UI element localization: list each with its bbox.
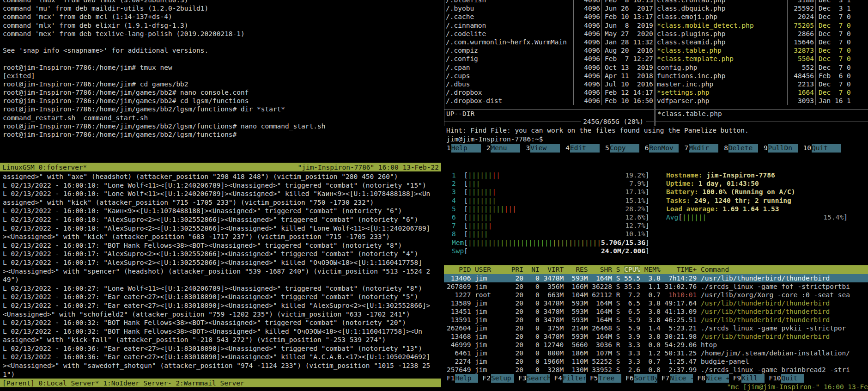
file-date: Jun 26 2017 (602, 4, 653, 12)
file-row[interactable]: *class.table.php32873Dec 7 0 (657, 46, 867, 55)
file-row[interactable]: /.compiz4096Aug 20 2016 (446, 46, 653, 55)
header-col-res[interactable]: RES (568, 266, 592, 273)
file-row[interactable]: /.dropbox4096Feb 12 14:17 (446, 88, 653, 97)
file-row[interactable]: config.php552Dec 7 0 (657, 63, 867, 72)
file-row[interactable]: /.bluefish4096Feb 8 16:13 (446, 0, 653, 4)
file-row[interactable]: class.dbquick.php25592Dec 3 1 (657, 4, 867, 12)
meter-label: Avg (666, 214, 678, 221)
meter-bracket: ] (645, 239, 649, 246)
process-row[interactable]: 2274 jim 20 0 1966M 110M 52252 S 3.3 0.7… (444, 357, 868, 366)
fkey-mkdir[interactable]: 7Mkdir (683, 144, 718, 153)
header-col-time[interactable]: TIME+ (661, 266, 697, 273)
mc-left-panel[interactable]: /.bluefish4096Feb 8 16:13/.byobu4096Jun … (444, 0, 655, 126)
tmux-inner-statusbar[interactable]: LinuxGSM 0:fofserver* "jim-Inspiron-7786… (0, 163, 441, 171)
file-row[interactable]: functions.inc.php48456Feb 6 0 (657, 72, 867, 80)
htop-table-header[interactable]: PID USER PRI NI VIRT RES SHR S CPU% MEM%… (444, 265, 868, 274)
fkey-menu[interactable]: 2Menu (485, 144, 521, 153)
fkey-pulldn[interactable]: 9PullDn (762, 144, 798, 153)
info-value: 100.0% (Running on A/C) (703, 188, 795, 196)
file-row[interactable]: vdfparser.php3093Jan 16 1 (657, 97, 867, 105)
file-row[interactable]: *class.template.php5504Dec 7 0 (657, 55, 867, 63)
meter-bracket: [ (464, 239, 468, 246)
process-row[interactable]: 262604 jim 20 0 375M 214M 26468 S 5.9 1.… (444, 324, 868, 332)
fkey-quit[interactable]: F10Quit (767, 374, 804, 383)
file-row[interactable]: /.com.wurmonlin~herfx.WurmMain4096Jan 28… (446, 38, 653, 46)
mc-command-line[interactable]: jim@jim-Inspiron-7786:~$ (444, 135, 868, 144)
header-col-mem[interactable]: MEM% (640, 266, 661, 273)
file-row[interactable]: /.codelite4096May 27 2020 (446, 30, 653, 38)
file-row[interactable]: class.plugins.php2866Dec 7 0 (657, 30, 867, 38)
process-row[interactable]: 13468 jim 20 0 3478M 593M 164M S 3.9 3.8… (444, 332, 868, 341)
log-line: ><Unassigned>" with "kick" (attacker_pos… (3, 232, 441, 241)
process-row[interactable]: 257649 jim 20 0 328M 130M 33952 S 2.6 0.… (444, 366, 868, 374)
file-row[interactable]: /.dropbox-dist4096Feb 10 16:50 (446, 97, 653, 105)
process-row[interactable]: 46999 jim 20 0 12740 5660 3036 R 3.3 0.0… (444, 341, 868, 349)
file-size: 2024 (787, 12, 816, 21)
file-row[interactable]: master.inc.php2213Dec 7 0 (657, 80, 867, 88)
tmux-right-statusbar[interactable]: "mc [jim@jim-Inspiron-" 16:00 13-Fe (444, 383, 868, 391)
process-row[interactable]: 6461 jim 20 0 800M 186M 107M S 3.3 1.2 5… (444, 349, 868, 357)
header-col-ni[interactable]: NI (528, 266, 544, 273)
header-col-pid[interactable]: PID (447, 266, 475, 273)
gameserver-log-pane[interactable]: assigned>" with "axe" (headshot) (attack… (0, 171, 441, 379)
file-date: Apr 11 2018 (602, 72, 653, 80)
file-row[interactable]: /.cache4096Feb 10 13:17 (446, 12, 653, 21)
header-col-shr[interactable]: SHR (592, 266, 616, 273)
file-size: 75205 (787, 21, 816, 30)
fkey-sortby[interactable]: F6SortBy (624, 374, 657, 383)
htop-gap (444, 255, 868, 265)
mc-right-panel[interactable]: class.crontab.php3188Dec 3 1class.dbquic… (655, 0, 868, 126)
process-row[interactable]: 13451 jim 20 0 3478M 593M 164M S 6.5 3.8… (444, 307, 868, 316)
fkey-help[interactable]: F1Help (445, 374, 478, 383)
fkey-renmov[interactable]: 6RenMov (643, 144, 679, 153)
file-row[interactable]: /.cinnamon4096Jun 8 2019 (446, 21, 653, 30)
file-row[interactable]: class.steamid.php15646Dec 7 0 (657, 38, 867, 46)
fkey-nice[interactable]: F7Nice - (660, 374, 693, 383)
header-col-user[interactable]: USER (475, 266, 511, 273)
header-col-pri[interactable]: PRI (511, 266, 528, 273)
fkey-edit[interactable]: 4Edit (564, 144, 600, 153)
process-row[interactable]: 267869 jim 20 0 356M 166M 36228 S 35.3 1… (444, 282, 868, 291)
htop-pane[interactable]: 1 [|||||||| 19.2%]2 [||| 7.9%]3 [|||||||… (444, 171, 868, 383)
fkey-quit[interactable]: 10Quit (802, 144, 841, 153)
meter-3: 3 [||||||| 17.1%] (452, 188, 666, 196)
tmux-inner-session-window[interactable]: LinuxGSM 0:fofserver* (2, 164, 87, 171)
file-row[interactable]: class.emoji.php2024Dec 7 0 (657, 12, 867, 21)
fkey-search[interactable]: F3Search (517, 374, 550, 383)
file-row[interactable]: class.crontab.php3188Dec 3 1 (657, 0, 867, 4)
fkey-help[interactable]: 1Help (445, 144, 481, 153)
process-fields: 2274 jim 20 0 1966M 110M 52252 S 3.3 0.7 (447, 358, 664, 365)
file-row[interactable]: /.cups4096Apr 11 2018 (446, 72, 653, 80)
info-label: Hostname: (666, 171, 706, 179)
fkey-setup[interactable]: F2Setup (481, 374, 514, 383)
fkey-nice[interactable]: F8Nice + (696, 374, 728, 383)
file-row[interactable]: *class.mobile_detect.php75205Dec 7 0 (657, 21, 867, 30)
process-row[interactable]: 1227 root 20 0 663M 104M 62112 R 7.2 0.7… (444, 291, 868, 299)
tmux-outer-statusbar[interactable]: [Parent] 0:Local Server* 1:NoIdeer Serve… (0, 379, 441, 387)
shell-pane[interactable]: command 'tmux' from deb tmux (3.0a-2ubun… (0, 0, 441, 163)
header-col-virt[interactable]: VIRT (544, 266, 568, 273)
fkey-tree[interactable]: F5Tree (589, 374, 621, 383)
file-row[interactable]: /.dbus4096Jul 10 2016 (446, 80, 653, 88)
fkey-copy[interactable]: 5Copy (604, 144, 639, 153)
process-row[interactable]: 13406 jim 20 0 3478M 593M 164M S 55.5 3.… (444, 274, 868, 282)
header-col-command[interactable]: Command (697, 266, 729, 273)
header-col-s[interactable]: S (616, 266, 624, 273)
meter-bar-red: || (492, 171, 500, 179)
fkey-view[interactable]: 3View (524, 144, 560, 153)
fkey-filter[interactable]: F4Filter (552, 374, 585, 383)
process-row[interactable]: 13591 jim 20 0 3478M 593M 164M S 5.9 3.8… (444, 316, 868, 324)
file-date: Dec 7 0 (816, 12, 867, 21)
fkey-label: Quit (812, 144, 841, 153)
tmux-window-list[interactable]: [Parent] 0:Local Server* 1:NoIdeer Serve… (2, 379, 244, 387)
fkey-delete[interactable]: 8Delete (722, 144, 758, 153)
file-row[interactable]: /.byobu4096Jun 26 2017 (446, 4, 653, 12)
meter-bracket: [ (464, 247, 468, 255)
file-row[interactable]: /.config4096Feb 7 12:27 (446, 55, 653, 63)
header-col-cpu[interactable]: CPU% (624, 266, 640, 273)
fkey-kill[interactable]: F9Kill (732, 374, 765, 383)
file-row[interactable]: *settings.php1664Dec 7 0 (657, 88, 867, 97)
process-row[interactable]: 13589 jim 20 0 3478M 593M 164M S 6.5 3.8… (444, 299, 868, 307)
log-output: assigned>" with "axe" (headshot) (attack… (3, 172, 441, 379)
file-row[interactable]: /.cpan4096Oct 13 2019 (446, 63, 653, 72)
